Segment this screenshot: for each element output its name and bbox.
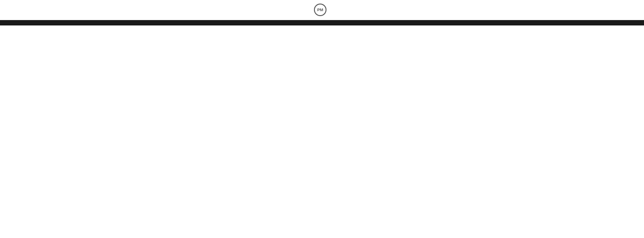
top-header: PM <box>0 0 644 20</box>
diagram-area <box>0 25 644 228</box>
pm-logo: PM <box>314 4 326 16</box>
page-title-bar <box>0 20 644 25</box>
